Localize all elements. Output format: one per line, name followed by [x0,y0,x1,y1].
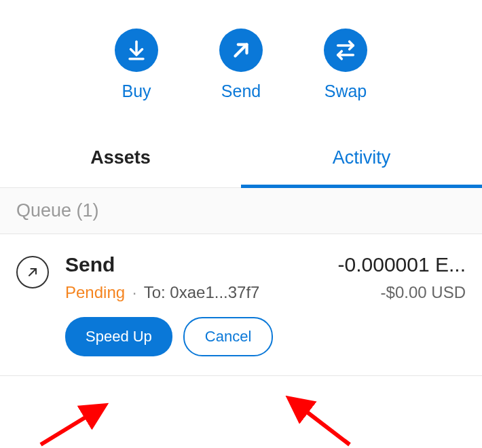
tabs-row: Assets Activity [0,128,482,188]
tab-activity[interactable]: Activity [241,128,482,187]
transaction-status: Pending [65,283,125,301]
transaction-to: To: 0xae1...37f7 [144,283,260,301]
arrow-up-right-icon [229,39,253,62]
swap-icon [334,39,357,62]
cancel-button[interactable]: Cancel [183,317,273,356]
transaction-amount: -0.000001 E... [338,253,466,276]
transaction-buttons: Speed Up Cancel [65,317,466,356]
svg-line-6 [41,407,102,445]
buy-icon-circle [115,29,158,72]
transaction-body: Send -0.000001 E... Pending · To: 0xae1.… [65,253,466,356]
transaction-icon-circle [16,256,49,288]
speed-up-button[interactable]: Speed Up [65,317,172,356]
swap-icon-circle [324,29,367,72]
transaction-title-row: Send -0.000001 E... [65,253,466,276]
send-action[interactable]: Send [219,29,263,101]
tab-assets[interactable]: Assets [0,128,241,187]
transaction-item: Send -0.000001 E... Pending · To: 0xae1.… [0,234,482,376]
arrow-up-right-icon [26,265,39,279]
swap-label: Swap [325,81,367,101]
swap-action[interactable]: Swap [324,29,367,101]
buy-action[interactable]: Buy [115,29,158,101]
separator: · [132,283,137,301]
transaction-fiat: -$0.00 USD [381,283,466,302]
queue-header: Queue (1) [0,188,482,234]
transaction-sub-left: Pending · To: 0xae1...37f7 [65,283,259,302]
svg-line-8 [292,400,350,445]
buy-label: Buy [122,81,151,101]
svg-line-1 [236,45,247,56]
transaction-row: Send -0.000001 E... Pending · To: 0xae1.… [16,253,466,356]
annotation-arrow-icon [37,400,119,448]
send-label: Send [221,81,261,101]
actions-row: Buy Send Swap [0,0,482,128]
svg-line-4 [29,269,36,276]
download-icon [125,39,148,62]
annotation-arrow-icon [278,394,353,448]
send-icon-circle [219,29,263,72]
transaction-sub-row: Pending · To: 0xae1...37f7 -$0.00 USD [65,283,466,302]
transaction-title: Send [65,253,115,276]
